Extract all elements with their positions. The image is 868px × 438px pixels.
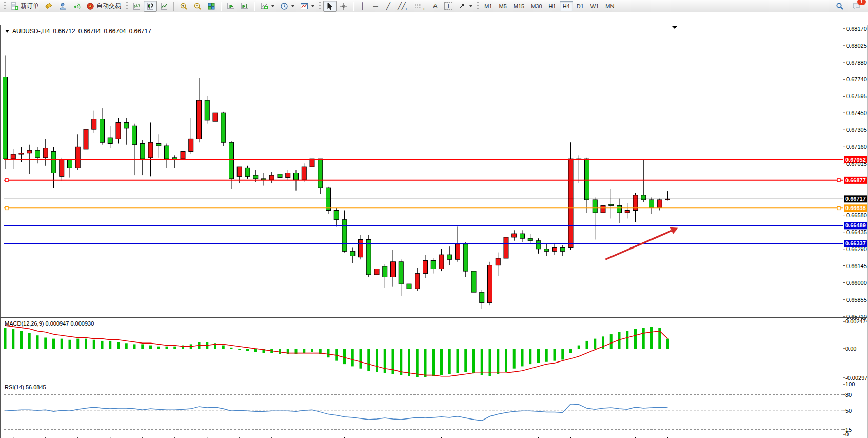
timeframe-m1-button[interactable]: M1 — [481, 1, 495, 11]
price-axis[interactable]: 0.670520.668770.667170.666380.664890.663… — [843, 26, 868, 437]
quotes-button[interactable] — [42, 1, 55, 12]
horizontal-level-lines[interactable] — [4, 160, 843, 243]
rsi-indicator-label: RSI(14) 56.0845 — [5, 384, 46, 390]
line-handle — [5, 206, 8, 210]
macd-bar — [303, 349, 305, 353]
tile-windows-button[interactable] — [205, 1, 218, 12]
candle — [544, 249, 549, 252]
indicators-button[interactable] — [258, 1, 277, 12]
macd-bar — [343, 349, 346, 364]
macd-bar — [76, 339, 79, 349]
candle — [553, 247, 557, 251]
chart-window: 0.670520.668770.667170.666380.664890.663… — [0, 12, 868, 438]
trendline-tool-button[interactable]: ╱ — [382, 1, 394, 12]
candle — [617, 205, 622, 213]
main-toolbar: 新订单 自动交易 — [0, 0, 868, 12]
candle — [560, 247, 565, 251]
candle — [108, 138, 112, 143]
macd-bar — [610, 334, 613, 349]
fibonacci-icon — [414, 2, 422, 10]
svg-text:0.66435: 0.66435 — [846, 229, 867, 235]
templates-button[interactable] — [298, 1, 317, 12]
fibonacci-tool-button[interactable]: F — [411, 1, 428, 12]
auto-scroll-button[interactable] — [224, 1, 238, 12]
indicators-dropdown-caret[interactable] — [271, 5, 274, 7]
chart-shift-button[interactable] — [238, 1, 251, 12]
candle — [342, 220, 347, 252]
timeframe-m30-button[interactable]: M30 — [528, 1, 545, 11]
zoom-out-icon — [193, 2, 202, 10]
zoom-out-button[interactable] — [191, 1, 204, 12]
candle — [51, 151, 56, 173]
rsi-pane[interactable] — [4, 395, 843, 430]
arrow-shaft — [605, 231, 672, 259]
macd-bar — [93, 340, 95, 349]
candle — [536, 241, 541, 249]
zoom-in-icon — [180, 2, 188, 10]
macd-pane[interactable] — [4, 326, 669, 377]
candle — [374, 269, 379, 275]
equidistant-channel-icon: ╱╱ — [398, 2, 405, 10]
svg-text:0.66489: 0.66489 — [845, 222, 866, 228]
toolbar-grip — [477, 2, 479, 10]
community-button[interactable] — [56, 1, 69, 12]
timeframe-m5-button[interactable]: M5 — [496, 1, 510, 11]
macd-bar — [117, 342, 120, 349]
macd-bar — [376, 349, 378, 372]
channel-tool-button[interactable]: ╱╱ E — [395, 1, 411, 12]
arrows-tool-button[interactable] — [456, 1, 475, 12]
chart-symbol-period: AUDUSD-,H4 — [12, 28, 50, 35]
ohlc-close: 0.66717 — [129, 28, 151, 35]
svg-text:0.66145: 0.66145 — [846, 263, 867, 269]
chart-candles-button[interactable] — [144, 1, 157, 12]
channel-letter: E — [406, 7, 408, 11]
macd-bar — [311, 349, 313, 352]
toolbar-separator — [221, 2, 222, 11]
periods-button[interactable] — [278, 1, 297, 12]
macd-bar — [642, 328, 645, 349]
new-order-button[interactable]: 新订单 — [8, 1, 42, 12]
macd-bar — [626, 331, 628, 349]
chart-line-button[interactable] — [157, 1, 171, 12]
chat-button[interactable]: 1 — [850, 1, 863, 12]
candle — [528, 238, 532, 241]
text-label-tool-button[interactable]: T — [442, 1, 455, 12]
timeframe-mn-button[interactable]: MN — [602, 1, 617, 11]
auto-scroll-icon — [227, 2, 235, 10]
crosshair-tool-button[interactable] — [337, 1, 350, 12]
candle — [262, 179, 266, 180]
timeframe-h4-button[interactable]: H4 — [560, 1, 573, 11]
macd-bar — [327, 349, 330, 357]
candle — [407, 284, 411, 289]
timeframe-m15-button[interactable]: M15 — [510, 1, 527, 11]
autotrade-button[interactable]: 自动交易 — [84, 1, 124, 12]
svg-text:0: 0 — [845, 431, 849, 437]
chart-menu-triangle-icon[interactable] — [5, 30, 9, 33]
templates-dropdown-caret[interactable] — [311, 5, 314, 7]
macd-bar — [594, 339, 596, 349]
text-tool-button[interactable]: A — [429, 1, 441, 12]
horizontal-line-tool-button[interactable]: ─ — [369, 1, 382, 12]
candle — [165, 146, 169, 159]
chart-canvas[interactable]: 0.670520.668770.667170.666380.664890.663… — [0, 12, 868, 438]
periods-dropdown-caret[interactable] — [291, 5, 294, 7]
arrows-dropdown-caret[interactable] — [469, 5, 472, 7]
timeframe-d1-button[interactable]: D1 — [574, 1, 587, 11]
price-pane[interactable] — [3, 55, 670, 309]
svg-text:0.66717: 0.66717 — [845, 196, 866, 202]
chart-shift-marker-icon — [672, 26, 678, 29]
macd-bar — [384, 349, 386, 373]
candle — [520, 234, 525, 238]
chart-bars-button[interactable] — [130, 1, 143, 12]
clock-icon — [280, 2, 288, 10]
cursor-tool-button[interactable] — [323, 1, 337, 12]
timeframe-h1-button[interactable]: H1 — [546, 1, 559, 11]
search-button[interactable] — [833, 1, 846, 12]
timeframe-w1-button[interactable]: W1 — [587, 1, 602, 11]
vertical-line-tool-button[interactable]: │ — [357, 1, 369, 12]
candle — [221, 113, 226, 142]
svg-text:0.68170: 0.68170 — [846, 26, 867, 32]
signals-button[interactable] — [70, 1, 83, 12]
macd-indicator-label: MACD(12,26,9) 0.000947 0.000930 — [5, 320, 94, 327]
zoom-in-button[interactable] — [177, 1, 190, 12]
